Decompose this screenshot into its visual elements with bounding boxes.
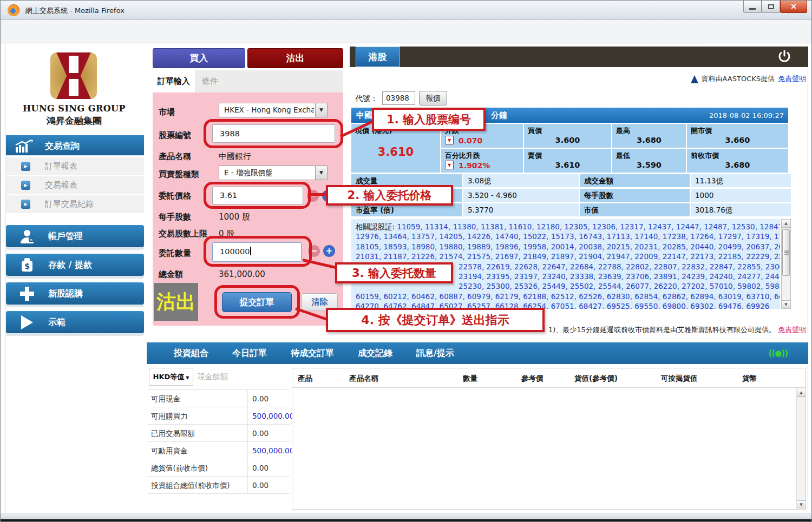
table-column-header: 數量 xyxy=(457,368,516,387)
table-column-header: 貨值(參考價) xyxy=(569,368,656,387)
scroll-up-icon[interactable]: ▲ xyxy=(782,220,790,228)
low-cell: 最低 3.590 xyxy=(612,149,686,173)
browser-toolbar: i https://ibss1.hungsing.org/mts.web/# •… xyxy=(1,20,812,43)
annotation-step-3: 3. 输入委托数量 xyxy=(335,262,453,283)
scroll-up-icon[interactable]: ▲ xyxy=(797,389,806,397)
turnover-label: 成交金額 xyxy=(580,174,690,187)
minimize-button[interactable] xyxy=(743,1,762,13)
tab-hk-stocks[interactable]: 港股 xyxy=(356,47,400,67)
max-shares-label: 交易股數上限 xyxy=(159,229,207,239)
order-type-select[interactable]: E - 增強限價盤 ▼ xyxy=(219,166,328,180)
tab-order-entry[interactable]: 訂單輸入 xyxy=(153,70,195,92)
delay-disclaimer-note: 1)、最少15分鐘延遲或前收市價資料是由艾雅斯資訊科技有限公司提供。 免責聲明 xyxy=(548,325,806,335)
sidebar-item-deposit-withdrawal[interactable]: $ 存款 / 提款 xyxy=(6,254,144,276)
table-column-header: 可按揭貨值 xyxy=(656,368,737,387)
sidebar-item-label: 示範 xyxy=(48,311,66,333)
sidebar-submenu-item[interactable]: ▶ 訂單報表 xyxy=(6,157,144,175)
highlight-circle-submit xyxy=(214,285,300,319)
play-triangle-icon xyxy=(18,315,36,329)
holdings-scrollbar[interactable]: ▲ ▼ xyxy=(796,388,806,509)
chevron-down-icon[interactable]: ▼ xyxy=(315,103,327,117)
bottom-nav-item[interactable]: 待成交訂單 xyxy=(291,342,334,364)
board-lot-label: 每手股數 xyxy=(580,189,690,202)
sidebar-item-trade-enquiry[interactable]: 交易查詢 xyxy=(6,135,144,156)
highlight-circle-stock-code xyxy=(204,119,343,148)
disclaimer-link[interactable]: 免責聲明 xyxy=(778,326,806,334)
sidebar-item-ipo-subscription[interactable]: 新股認購 xyxy=(6,282,144,305)
sidebar-item-account-management[interactable]: 帳戶管理 xyxy=(6,225,144,247)
quantity-plus-button[interactable]: + xyxy=(323,245,335,257)
taskbar-strip xyxy=(1,519,812,522)
tab-cash-balance[interactable]: 現金餘額 xyxy=(198,372,228,382)
annotation-step-4: 4. 按《提交订单》送出指示 xyxy=(326,308,545,332)
brand-name-zh: 鴻昇金融集團 xyxy=(6,115,142,127)
stock-code-label: 股票編號 xyxy=(159,130,191,141)
table-column-header: 產品名稱 xyxy=(344,368,457,387)
open-cell: 開市價 3.660 xyxy=(687,124,788,148)
disclaimer-link[interactable]: 免責聲明 xyxy=(778,74,806,84)
power-icon[interactable] xyxy=(777,50,791,64)
prev-close-cell: 前收市價 3.680 xyxy=(687,149,788,173)
sidebar-submenu-item[interactable]: ▶ 訂單交易紀錄 xyxy=(6,195,144,213)
person-icon xyxy=(18,229,36,243)
table-row: 可動用資金 500,000.00 xyxy=(148,442,290,459)
pe-value: 5.3770 xyxy=(463,203,579,216)
bottom-nav-item[interactable]: 投資組合 xyxy=(174,342,208,364)
hung-sing-logo xyxy=(50,52,97,99)
total-amount-value: 361,000.00 xyxy=(219,269,265,279)
money-icon: $ xyxy=(18,257,36,272)
bottom-nav-item[interactable]: 成交記錄 xyxy=(358,342,392,364)
buy-tab[interactable]: 買入 xyxy=(153,48,245,68)
sidebar-item-demo[interactable]: 示範 xyxy=(6,311,144,333)
cash-balance-table: 可用現金 0.00 可用購買力 500,000.00 已用交易限額 0.00 可… xyxy=(148,389,290,494)
quote-title-suffix: 分鐘 xyxy=(491,110,507,121)
sell-tab[interactable]: 沽出 xyxy=(247,48,343,68)
warrants-line: 18105, 18593, 18980, 19880, 19889, 19896… xyxy=(356,242,776,252)
quote-panel-header xyxy=(350,47,808,67)
ask-cell: 賣價 3.610 xyxy=(524,149,611,173)
board-lot-value: 1000 xyxy=(691,189,791,202)
order-price-label: 委託價格 xyxy=(159,191,191,201)
lot-size-label: 每手股數 xyxy=(159,212,191,222)
maximize-button[interactable] xyxy=(762,1,780,13)
table-row: 可用現金 0.00 xyxy=(148,390,290,407)
bottom-nav-item[interactable]: 今日訂單 xyxy=(232,342,267,364)
quote-code-input[interactable]: 03988 xyxy=(382,91,415,105)
chevron-down-icon[interactable]: ▼ xyxy=(315,166,327,180)
currency-equivalent-dropdown[interactable]: HKD等值▼ xyxy=(149,368,193,386)
quote-title-prefix: 中國 xyxy=(356,110,372,121)
close-button[interactable]: × xyxy=(780,1,807,13)
warrants-scrollbar[interactable]: ▲ ▼ xyxy=(781,219,791,309)
order-type-label: 買賣盤種類 xyxy=(159,169,199,180)
market-cap-value: 3018.76億 xyxy=(691,203,791,216)
scrollbar-thumb[interactable] xyxy=(782,229,790,276)
quote-button[interactable]: 報價 xyxy=(419,91,447,105)
scroll-down-icon[interactable]: ▼ xyxy=(797,500,806,508)
bottom-nav-bar: 投資組合今日訂單待成交訂單成交記錄訊息/提示 ((●)) xyxy=(147,342,808,364)
browser-window: 網上交易系統 - Mozilla Firefox × i https://ibs… xyxy=(0,0,812,522)
table-row: 可用購買力 500,000.00 xyxy=(148,407,290,425)
sidebar-item-label: 帳戶管理 xyxy=(48,225,83,247)
warrants-line: 12976, 13464, 13757, 14205, 14226, 14740… xyxy=(356,232,776,241)
sidebar-submenu-item[interactable]: ▶ 交易報表 xyxy=(6,176,144,194)
order-quantity-label: 委託數量 xyxy=(159,248,191,259)
annotation-step-1: 1. 输入股票编号 xyxy=(372,108,486,131)
bottom-nav-item[interactable]: 訊息/提示 xyxy=(416,342,454,364)
play-bullet-icon: ▶ xyxy=(21,181,30,190)
sidebar-item-label: 存款 / 提款 xyxy=(48,254,92,276)
chevron-down-icon: ▼ xyxy=(186,375,189,380)
table-row: 總貨值(前收市價) 0.00 xyxy=(148,459,290,477)
range-value: 3.520 - 4.960 xyxy=(463,189,579,202)
market-cap-label: 市值 xyxy=(580,203,690,216)
play-bullet-icon: ▶ xyxy=(21,162,30,171)
aastocks-logo-icon xyxy=(691,75,698,83)
market-select[interactable]: HKEX - Hong Kong Exchang ▼ xyxy=(219,103,328,117)
lot-size-value: 1000 股 xyxy=(219,212,250,222)
market-label: 市場 xyxy=(159,107,175,117)
table-row: 已用交易限額 0.00 xyxy=(148,425,290,442)
percent-change-cell: 百分比升跌 ▼ 1.902% xyxy=(441,149,523,173)
volume-value: 3.08億 xyxy=(463,174,579,187)
tab-condition[interactable]: 條件 xyxy=(202,70,218,92)
scroll-down-icon[interactable]: ▼ xyxy=(782,300,790,308)
play-bullet-icon: ▶ xyxy=(21,200,30,209)
